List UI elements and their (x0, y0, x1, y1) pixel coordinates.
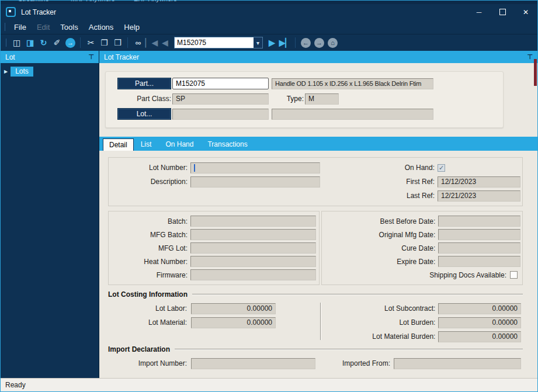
home-icon: ⌂ (328, 38, 338, 48)
previous-record-icon: ◀ (162, 38, 168, 47)
nav-back-button[interactable]: ← (300, 37, 312, 49)
mfg-batch-field[interactable] (190, 229, 316, 240)
tab-list[interactable]: List (134, 138, 159, 151)
clipped-text: Streamline (18, 1, 49, 2)
minimize-button[interactable]: ─ (467, 4, 491, 20)
cut-button[interactable]: ✂ (85, 37, 97, 49)
nav-last-button[interactable]: ▶▏ (279, 37, 291, 49)
record-search-combobox: ▾ (174, 37, 263, 48)
lot-number-label: Lot Number: (109, 164, 188, 172)
lot-labor-label: Lot Labor: (108, 304, 187, 313)
clear-button[interactable]: ✐ (51, 37, 63, 49)
lot-material-field: 0.00000 (191, 317, 276, 328)
heat-number-field[interactable] (190, 256, 316, 267)
lot-burden-label: Lot Burden: (321, 318, 435, 327)
tree-item-lots[interactable]: ▶ Lots (1, 66, 99, 77)
last-ref-label: Last Ref: (347, 192, 435, 200)
copy-button[interactable]: ❐ (98, 37, 110, 49)
sidebar-header: Lot ⊤ (1, 51, 99, 63)
app-icon (6, 7, 16, 17)
import-number-field[interactable] (191, 358, 315, 369)
combo-dropdown-button[interactable]: ▾ (254, 37, 263, 48)
lot-button[interactable]: Lot... (117, 108, 171, 120)
window-controls: ─ ✕ (467, 4, 537, 20)
heat-number-label: Heat Number: (109, 258, 188, 266)
menu-tools[interactable]: Tools (55, 23, 83, 32)
main-panel: Lot Tracker ⊤ Part... Handle OD 1.105 x … (99, 51, 537, 378)
on-hand-checkbox[interactable]: ✓ (438, 164, 445, 172)
find-button[interactable]: ∞ (132, 37, 144, 49)
window-title: Lot Tracker (21, 8, 56, 16)
broom-icon: ✐ (54, 38, 61, 47)
close-button[interactable]: ✕ (514, 4, 537, 20)
part-row: Part... Handle OD 1.105 x ID.256 x L1.96… (117, 78, 503, 89)
copy-icon: ❐ (100, 38, 108, 47)
cure-date-field[interactable] (438, 242, 520, 254)
paste-button[interactable]: ❒ (112, 37, 124, 49)
maximize-button[interactable] (491, 4, 514, 20)
refresh-button[interactable]: ↻ (37, 37, 50, 49)
cure-date-label: Cure Date: (322, 244, 435, 252)
expander-icon[interactable]: ▶ (4, 69, 8, 74)
batch-field[interactable] (190, 216, 316, 227)
clipped-text: MRP Anywhere (71, 1, 115, 2)
lot-labor-field: 0.00000 (191, 303, 276, 314)
lot-field[interactable] (172, 109, 269, 120)
lot-tree: ▶ Lots (1, 63, 99, 378)
description-field[interactable] (190, 176, 320, 188)
shipping-docs-checkbox[interactable] (510, 271, 518, 279)
description-label: Description: (109, 178, 188, 186)
original-mfg-date-field[interactable] (438, 229, 520, 240)
imported-from-field[interactable] (394, 358, 521, 369)
nav-first-button[interactable]: ▏◀ (145, 37, 158, 49)
part-button[interactable]: Part... (117, 78, 171, 89)
part-class-label: Part Class: (117, 95, 171, 103)
menu-actions[interactable]: Actions (84, 23, 119, 32)
lot-material-burden-field: 0.00000 (438, 331, 521, 342)
lot-description-field[interactable] (272, 109, 433, 120)
part-number-input[interactable] (172, 78, 269, 89)
tab-on-hand[interactable]: On Hand (158, 138, 200, 151)
expire-date-field[interactable] (438, 256, 520, 267)
lot-row: Lot... (117, 108, 503, 120)
back-arrow-icon: ← (301, 38, 311, 48)
first-ref-label: First Ref: (347, 178, 435, 186)
mfg-lot-field[interactable] (190, 242, 316, 254)
tab-strip: Detail List On Hand Transactions (99, 137, 537, 151)
pin-icon[interactable]: ⊤ (88, 53, 94, 61)
type-field[interactable]: M (305, 93, 339, 105)
part-class-field[interactable]: SP (172, 93, 269, 105)
pin-icon[interactable]: ⊤ (527, 53, 533, 61)
nav-forward-button[interactable]: → (313, 37, 325, 49)
app-window: Streamline MRP Anywhere ERP Anywhere Lot… (0, 0, 538, 392)
menu-grip (5, 23, 6, 31)
batch-label: Batch: (109, 217, 188, 226)
part-lookup-button[interactable]: ◨ (24, 37, 36, 49)
library-button[interactable]: ◫ (11, 37, 23, 49)
best-before-date-field[interactable] (438, 216, 520, 227)
menu-help[interactable]: Help (119, 23, 145, 32)
sidebar-title: Lot (5, 53, 88, 61)
firmware-field[interactable] (190, 269, 316, 280)
sidebar-panel: Lot ⊤ ▶ Lots (1, 51, 99, 378)
first-ref-field: 12/12/2023 (438, 176, 520, 188)
batch-group: Batch: MFG Batch: MFG Lot: (108, 211, 320, 285)
titlebar[interactable]: Lot Tracker ─ ✕ (1, 4, 537, 20)
menu-file[interactable]: File (9, 23, 32, 32)
nav-next-button[interactable]: ▶ (266, 37, 278, 49)
tab-transactions[interactable]: Transactions (200, 138, 254, 151)
detail-tab-content: Lot Number: On Hand: ✓ Description: Firs… (99, 151, 537, 370)
main-content: Part... Handle OD 1.105 x ID.256 x L1.96… (99, 63, 537, 378)
next-record-icon: ▶ (269, 38, 275, 47)
nav-prev-button[interactable]: ◀ (159, 37, 171, 49)
go-button[interactable]: → (64, 37, 77, 49)
menu-edit: Edit (32, 23, 55, 32)
home-button[interactable]: ⌂ (327, 37, 339, 49)
text-caret (194, 164, 195, 172)
lot-material-burden-label: Lot Material Burden: (321, 332, 435, 341)
edge-artifact (534, 59, 537, 86)
record-search-input[interactable] (174, 37, 254, 48)
lot-number-field[interactable] (190, 162, 320, 174)
tab-detail[interactable]: Detail (103, 138, 134, 151)
import-number-label: Import Number: (108, 359, 187, 367)
